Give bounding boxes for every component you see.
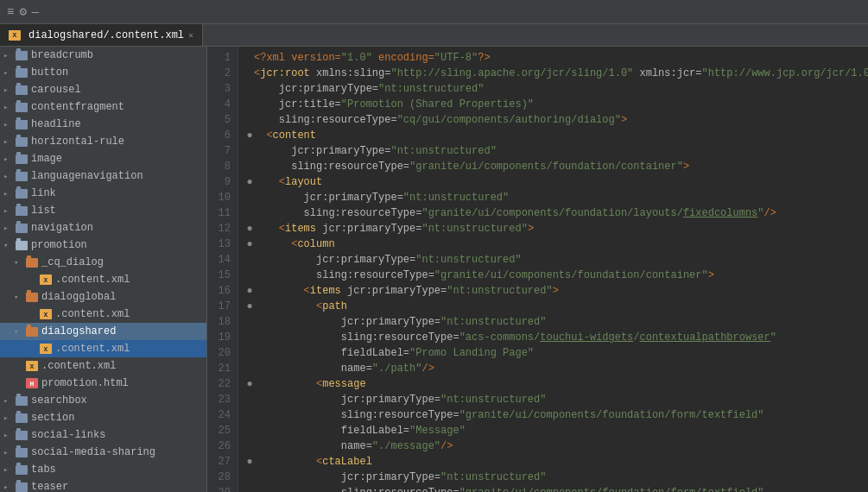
xml-file-icon: X bbox=[40, 309, 52, 319]
sidebar-item-horizontal-rule[interactable]: horizontal-rule bbox=[0, 133, 206, 150]
folder-icon bbox=[26, 293, 38, 302]
code-line-18: jcr:primaryType="nt:unstructured" bbox=[245, 314, 868, 330]
tree-label: section bbox=[31, 412, 74, 424]
sidebar-item-list[interactable]: list bbox=[0, 202, 206, 219]
tree-label: image bbox=[31, 153, 62, 165]
code-line-13: ● <column bbox=[245, 237, 868, 252]
folder-icon bbox=[16, 483, 28, 492]
code-line-29: sling:resourceType="granite/ui/component… bbox=[245, 485, 868, 492]
tree-label: .content.xml bbox=[55, 274, 130, 286]
code-line-5: sling:resourceType="cq/gui/components/au… bbox=[245, 112, 868, 128]
code-area: 1 2 3 4 5 6 7 8 9 10 11 12 13 14 15 16 1… bbox=[207, 47, 868, 492]
sidebar-item-carousel[interactable]: carousel bbox=[0, 81, 206, 98]
sidebar-item-headline[interactable]: headline bbox=[0, 116, 206, 133]
tree-arrow bbox=[14, 293, 26, 302]
code-line-14: jcr:primaryType="nt:unstructured" bbox=[245, 252, 868, 268]
sidebar-item-searchbox[interactable]: searchbox bbox=[0, 392, 206, 409]
tree-label: promotion bbox=[31, 239, 87, 251]
folder-icon bbox=[16, 224, 28, 233]
folder-icon bbox=[16, 431, 28, 440]
xml-file-icon: X bbox=[40, 344, 52, 354]
tree-arrow bbox=[3, 172, 16, 181]
sidebar-item-dialogshared[interactable]: dialogshared bbox=[0, 323, 206, 340]
code-editor[interactable]: 1 2 3 4 5 6 7 8 9 10 11 12 13 14 15 16 1… bbox=[207, 47, 868, 492]
code-line-2: <jcr:root xmlns:sling="http://sling.apac… bbox=[245, 66, 868, 81]
folder-icon bbox=[16, 85, 28, 95]
code-line-25: fieldLabel="Message" bbox=[245, 423, 868, 438]
folder-icon bbox=[16, 465, 28, 475]
tree-label: breadcrumb bbox=[31, 49, 93, 61]
sidebar-item-contentfragment[interactable]: contentfragment bbox=[0, 98, 206, 116]
sidebar-item-root-content-xml[interactable]: X .content.xml bbox=[0, 357, 206, 375]
folder-icon bbox=[16, 241, 28, 250]
sidebar-item-breadcrumb[interactable]: breadcrumb bbox=[0, 47, 206, 64]
folder-icon bbox=[16, 137, 28, 147]
minimize-icon[interactable]: — bbox=[32, 5, 39, 19]
code-line-17: ● <path bbox=[245, 299, 868, 314]
tree-label: link bbox=[31, 187, 56, 199]
sidebar-item-teaser[interactable]: teaser bbox=[0, 478, 206, 492]
line-numbers: 1 2 3 4 5 6 7 8 9 10 11 12 13 14 15 16 1… bbox=[207, 47, 238, 492]
sidebar-item-dialogglobal[interactable]: dialogglobal bbox=[0, 288, 206, 306]
tree-label: languagenavigation bbox=[31, 170, 143, 182]
tab-close-button[interactable]: ✕ bbox=[188, 30, 193, 41]
sidebar-item-social-links[interactable]: social-links bbox=[0, 426, 206, 444]
tree-arrow bbox=[3, 68, 16, 78]
folder-icon bbox=[16, 68, 28, 78]
tree-arrow bbox=[14, 327, 26, 337]
tree-arrow bbox=[3, 85, 16, 95]
tree-label: horizontal-rule bbox=[31, 136, 124, 148]
tree-arrow bbox=[3, 431, 16, 440]
sidebar-item-dialogshared-content-xml[interactable]: X .content.xml bbox=[0, 340, 206, 357]
sidebar-item-promotion[interactable]: promotion bbox=[0, 237, 206, 254]
tree-label: social-media-sharing bbox=[31, 446, 155, 458]
sidebar-item-navigation[interactable]: navigation bbox=[0, 219, 206, 237]
folder-icon bbox=[16, 172, 28, 181]
tab-label: dialogshared/.content.xml bbox=[29, 29, 184, 41]
tree-arrow bbox=[3, 465, 16, 475]
tree-label: dialogshared bbox=[41, 325, 116, 337]
top-toolbar: ≡ ⚙ — bbox=[0, 0, 868, 24]
folder-icon bbox=[16, 120, 28, 129]
sidebar-item-social-media-sharing[interactable]: social-media-sharing bbox=[0, 444, 206, 461]
tree-label: tabs bbox=[31, 464, 56, 476]
tree-label: social-links bbox=[31, 429, 105, 441]
tree-label: carousel bbox=[31, 84, 81, 96]
code-line-21: name="./path"/> bbox=[245, 361, 868, 376]
settings-icon[interactable]: ⚙ bbox=[19, 4, 26, 19]
sidebar-item-section[interactable]: section bbox=[0, 409, 206, 426]
main-area: breadcrumb button carousel contentfragme… bbox=[0, 47, 868, 492]
folder-icon bbox=[26, 258, 38, 268]
sidebar-item-button[interactable]: button bbox=[0, 64, 206, 81]
tree-label: contentfragment bbox=[31, 101, 124, 113]
code-line-9: ● <layout bbox=[245, 174, 868, 190]
editor-tab[interactable]: X dialogshared/.content.xml ✕ bbox=[0, 24, 203, 46]
tree-arrow bbox=[3, 396, 16, 406]
sidebar-item-cq-content-xml[interactable]: X .content.xml bbox=[0, 271, 206, 288]
tree-arrow bbox=[3, 51, 16, 60]
code-line-28: jcr:primaryType="nt:unstructured" bbox=[245, 470, 868, 485]
tree-arrow bbox=[3, 413, 16, 423]
sidebar-item-link[interactable]: link bbox=[0, 185, 206, 202]
panel-icon[interactable]: ≡ bbox=[7, 5, 14, 19]
sidebar-item-tabs[interactable]: tabs bbox=[0, 461, 206, 478]
folder-icon bbox=[16, 413, 28, 423]
sidebar-item-promotion-html[interactable]: H promotion.html bbox=[0, 375, 206, 392]
tree-label: navigation bbox=[31, 222, 93, 234]
sidebar-item-cq-dialog[interactable]: _cq_dialog bbox=[0, 254, 206, 271]
sidebar-item-dialogglobal-content-xml[interactable]: X .content.xml bbox=[0, 306, 206, 323]
folder-icon bbox=[16, 396, 28, 406]
code-line-20: fieldLabel="Promo Landing Page" bbox=[245, 345, 868, 361]
sidebar-item-image[interactable]: image bbox=[0, 150, 206, 167]
tab-bar: X dialogshared/.content.xml ✕ bbox=[0, 24, 868, 47]
folder-icon bbox=[16, 206, 28, 216]
tree-label: .content.xml bbox=[55, 308, 130, 320]
tree-label: teaser bbox=[31, 481, 68, 492]
file-tree[interactable]: breadcrumb button carousel contentfragme… bbox=[0, 47, 207, 492]
folder-icon bbox=[16, 103, 28, 112]
sidebar-item-languagenavigation[interactable]: languagenavigation bbox=[0, 167, 206, 185]
code-lines: <?xml version="1.0" encoding="UTF-8"?> <… bbox=[238, 47, 868, 492]
tree-label: .content.xml bbox=[55, 343, 130, 355]
tree-label: list bbox=[31, 205, 56, 217]
xml-file-icon: X bbox=[9, 30, 21, 41]
